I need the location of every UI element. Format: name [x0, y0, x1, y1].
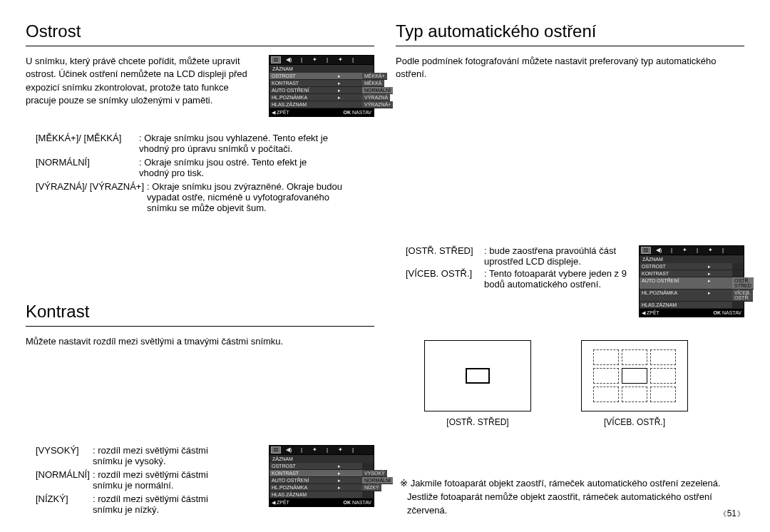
ostrost-definitions: [MĚKKÁ+]/ [MĚKKÁ]: Okraje snímku jsou vy… — [26, 133, 374, 216]
lcd-row-value: OSTŘ. STŘED — [732, 277, 754, 290]
lcd-row-label: HL.POZNÁMKA — [270, 484, 316, 491]
lcd-ostrost: ◘ ◀) | ✦ | ✦ | ZÁZNAM OSTROST▸MĚKKÁ+ KON… — [269, 55, 374, 117]
multi-focus-grid-icon — [593, 349, 676, 402]
chevron-right-icon: ▸ — [316, 80, 362, 87]
lcd-ok-label: OK — [714, 310, 722, 315]
note-star-icon: ※ — [400, 478, 411, 488]
lcd-row-value — [362, 463, 374, 470]
af-note-text: Jakmile fotoaparát objekt zaostří, rámeč… — [407, 478, 721, 516]
tab-tool2-icon: ✦ — [335, 447, 345, 453]
lcd-row-label: OSTROST — [270, 73, 316, 80]
chevron-right-icon: ▸ — [686, 263, 732, 270]
chevron-right-icon: ▸ — [316, 463, 362, 470]
lcd-row-label: HL.POZNÁMKA — [270, 94, 316, 101]
def-val: : rozdíl mezi světlými částmi snímku je … — [93, 493, 235, 515]
typ-definitions: [OSTŘ. STŘED]: bude zaostřena pravoúhlá … — [406, 245, 627, 317]
def-val: : Okraje snímku jsou ostré. Tento efekt … — [139, 157, 339, 178]
lcd-row-value: VÝRAZNÁ — [362, 94, 390, 101]
heading-ostrost: Ostrost — [26, 21, 374, 41]
def-key: [NORMÁLNÍ] — [36, 157, 139, 178]
lcd-row-value — [732, 302, 744, 309]
def-key: [VÍCEB. OSTŘ.] — [406, 268, 484, 290]
tab-sep-icon: | — [348, 447, 358, 453]
rule — [26, 326, 374, 327]
def-val: : Tento fotoaparát vybere jeden z 9 bodů… — [484, 268, 627, 290]
tab-sep-icon: | — [322, 57, 332, 63]
left-column: Ostrost U snímku, který právě chcete poř… — [26, 21, 374, 518]
lcd-header: ZÁZNAM — [640, 255, 744, 263]
lcd-row-label: KONTRAST — [270, 80, 316, 87]
tab-sound-icon: ◀) — [284, 57, 294, 63]
lcd-ok-label: OK — [344, 110, 351, 115]
back-arrow-icon: ◀ — [272, 110, 275, 115]
lcd-row-value: NORMÁLNÍ — [362, 87, 393, 94]
def-val: : rozdíl mezi světlými částmi snímku je … — [93, 469, 235, 491]
tab-sep-icon: | — [297, 57, 307, 63]
tab-camera-icon: ◘ — [271, 56, 281, 63]
lcd-row-label: KONTRAST — [270, 470, 316, 477]
tab-sep-icon: | — [692, 247, 702, 253]
lcd-row-label: HLAS.ZÁZNAM — [270, 491, 316, 498]
lcd-header: ZÁZNAM — [270, 65, 374, 73]
rule — [396, 46, 744, 46]
tab-sep-icon: | — [718, 247, 728, 253]
page-number: 51 — [719, 508, 744, 519]
tab-camera-icon: ◘ — [641, 247, 651, 254]
center-focus-rect-icon — [466, 368, 490, 384]
def-val: : rozdíl mezi světlými částmi snímku je … — [93, 445, 235, 466]
lcd-row-label: HLAS.ZÁZNAM — [270, 101, 316, 108]
lcd-set-label: NASTAV — [352, 500, 371, 505]
tab-sep-icon: | — [297, 447, 307, 453]
lcd-row-label: OSTROST — [640, 263, 686, 270]
typ-intro: Podle podmínek fotografování můžete nast… — [396, 55, 744, 230]
af-center-label: [OSTŘ. STŘED] — [424, 417, 531, 427]
lcd-row-label: HL.POZNÁMKA — [640, 290, 686, 302]
lcd-row-value: MĚKKÁ+ — [362, 73, 387, 80]
lcd-set-label: NASTAV — [722, 310, 741, 315]
def-key: [VYSOKÝ] — [36, 445, 93, 466]
def-key: [NORMÁLNÍ] — [36, 469, 93, 491]
rule — [26, 46, 374, 46]
lcd-kontrast: ◘ ◀) | ✦ | ✦ | ZÁZNAM OSTROST▸ KONTRAST▸… — [269, 445, 374, 507]
tab-tool2-icon: ✦ — [335, 57, 345, 63]
back-arrow-icon: ◀ — [272, 500, 275, 505]
lcd-back-label: ZPĚT — [277, 110, 289, 115]
tab-tool1-icon: ✦ — [679, 247, 689, 253]
chevron-right-icon: ▸ — [316, 94, 362, 101]
chevron-right-icon: ▸ — [316, 470, 362, 477]
chevron-right-icon: ▸ — [316, 87, 362, 94]
def-val: : Okraje snímku jsou vyhlazené. Tento ef… — [139, 133, 339, 154]
lcd-row-value: VYSOKÝ — [362, 470, 387, 477]
lcd-row-value — [732, 270, 744, 277]
af-note: ※ Jakmile fotoaparát objekt zaostří, rám… — [403, 477, 744, 518]
lcd-row-label: AUTO OSTŘENÍ — [640, 277, 686, 290]
kontrast-definitions: [VYSOKÝ]: rozdíl mezi světlými částmi sn… — [26, 445, 255, 518]
lcd-ok-label: OK — [344, 500, 351, 505]
chevron-right-icon: ▸ — [686, 270, 732, 277]
lcd-row-label: AUTO OSTŘENÍ — [270, 477, 316, 484]
tab-sep-icon: | — [348, 57, 358, 63]
lcd-row-label: KONTRAST — [640, 270, 686, 277]
lcd-typ: ◘ ◀) | ✦ | ✦ | ZÁZNAM OSTROST▸ KONTRAST▸… — [639, 245, 744, 317]
chevron-right-icon: ▸ — [316, 73, 362, 80]
chevron-right-icon: ▸ — [686, 290, 732, 302]
af-multi-diagram: [VÍCEB. OSTŘ.] — [581, 340, 688, 427]
tab-camera-icon: ◘ — [271, 446, 281, 454]
def-key: [OSTŘ. STŘED] — [406, 245, 484, 267]
lcd-row-value: VÝRAZNÁ+ — [362, 101, 393, 108]
tab-sound-icon: ◀) — [654, 247, 664, 253]
lcd-set-label: NASTAV — [352, 110, 371, 115]
lcd-row-label: HLAS.ZÁZNAM — [640, 302, 686, 309]
af-multi-label: [VÍCEB. OSTŘ.] — [581, 417, 688, 427]
chevron-right-icon: ▸ — [316, 477, 362, 484]
lcd-row-value: VÍCEB. OSTŘ. — [732, 290, 753, 302]
heading-typ-af: Typ automatického ostření — [396, 21, 744, 41]
tab-sep-icon: | — [322, 447, 332, 453]
lcd-header: ZÁZNAM — [270, 455, 374, 463]
chevron-right-icon: ▸ — [686, 277, 732, 290]
back-arrow-icon: ◀ — [642, 310, 645, 315]
lcd-row-value — [732, 263, 744, 270]
kontrast-intro: Můžete nastavit rozdíl mezi světlými a t… — [26, 335, 374, 428]
right-column: Typ automatického ostření Podle podmínek… — [396, 21, 744, 518]
af-diagrams: [OSTŘ. STŘED] [VÍCEB. OSTŘ.] — [424, 340, 744, 427]
